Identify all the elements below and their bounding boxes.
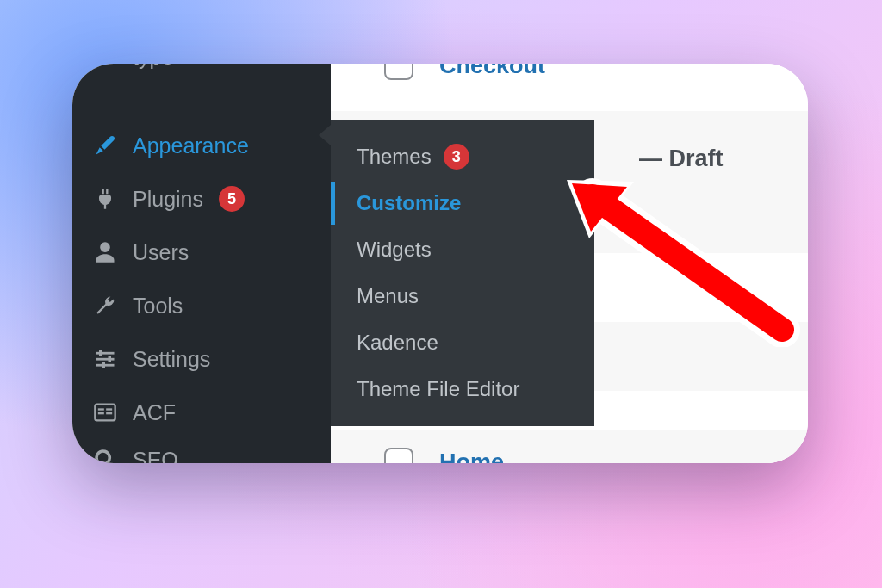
submenu-item-kadence[interactable]: Kadence xyxy=(331,319,594,366)
svg-rect-9 xyxy=(106,408,112,410)
svg-rect-10 xyxy=(106,412,112,414)
sidebar-item-label: Users xyxy=(133,240,189,265)
svg-rect-8 xyxy=(98,412,104,414)
svg-rect-1 xyxy=(96,358,115,361)
submenu-item-label: Menus xyxy=(357,284,419,308)
sidebar-item-type[interactable]: type xyxy=(72,64,331,98)
submenu-item-themes[interactable]: Themes 3 xyxy=(331,133,594,180)
row-status: — Draft xyxy=(639,145,724,172)
submenu-item-label: Theme File Editor xyxy=(357,377,519,401)
sidebar-item-label: Appearance xyxy=(133,133,249,158)
submenu-item-label: Kadence xyxy=(357,331,438,355)
sidebar-item-label: ACF xyxy=(133,400,176,425)
sidebar-item-plugins[interactable]: Plugins 5 xyxy=(72,172,331,226)
sidebar-item-label: Tools xyxy=(133,294,183,319)
table-row[interactable]: Checkout xyxy=(331,64,808,98)
svg-rect-7 xyxy=(98,408,104,410)
appearance-submenu: Themes 3 Customize Widgets Menus Kadence… xyxy=(331,120,594,426)
sliders-icon xyxy=(93,347,117,371)
svg-rect-3 xyxy=(99,350,102,356)
submenu-item-menus[interactable]: Menus xyxy=(331,273,594,319)
svg-rect-5 xyxy=(102,362,106,368)
update-count-badge: 3 xyxy=(444,144,469,170)
submenu-item-widgets[interactable]: Widgets xyxy=(331,226,594,273)
generic-icon xyxy=(93,64,117,88)
table-row[interactable]: Home xyxy=(331,430,808,463)
row-checkbox[interactable] xyxy=(384,448,413,463)
page-title-link[interactable]: Home xyxy=(439,449,504,464)
brush-icon xyxy=(93,133,117,158)
sidebar-item-users[interactable]: Users xyxy=(72,226,331,279)
sidebar-item-label: SEO xyxy=(133,448,178,464)
admin-sidebar: type Appearance Plugins 5 Users To xyxy=(72,64,331,463)
wrench-icon xyxy=(93,294,117,318)
submenu-item-label: Customize xyxy=(357,191,461,215)
sidebar-item-label: Plugins xyxy=(133,187,203,212)
svg-rect-0 xyxy=(96,352,115,355)
page-title-link[interactable]: Checkout xyxy=(439,64,545,79)
svg-rect-4 xyxy=(109,356,112,362)
acf-icon xyxy=(93,400,117,424)
submenu-item-theme-file-editor[interactable]: Theme File Editor xyxy=(331,366,594,412)
submenu-item-label: Themes xyxy=(357,145,432,169)
sidebar-item-settings[interactable]: Settings xyxy=(72,332,331,386)
sidebar-item-label: type xyxy=(133,64,173,70)
update-count-badge: 5 xyxy=(219,186,245,212)
user-icon xyxy=(93,240,117,264)
submenu-item-customize[interactable]: Customize xyxy=(331,180,594,226)
screenshot-card: Checkout — Draft Home type Appearance xyxy=(72,64,808,463)
plug-icon xyxy=(93,187,117,211)
sidebar-item-seo[interactable]: SEO xyxy=(72,439,331,463)
sidebar-item-acf[interactable]: ACF xyxy=(72,386,331,439)
sidebar-item-appearance[interactable]: Appearance xyxy=(72,119,331,172)
sidebar-item-tools[interactable]: Tools xyxy=(72,279,331,332)
row-checkbox[interactable] xyxy=(384,64,413,80)
sidebar-item-label: Settings xyxy=(133,347,210,372)
submenu-item-label: Widgets xyxy=(357,238,432,262)
